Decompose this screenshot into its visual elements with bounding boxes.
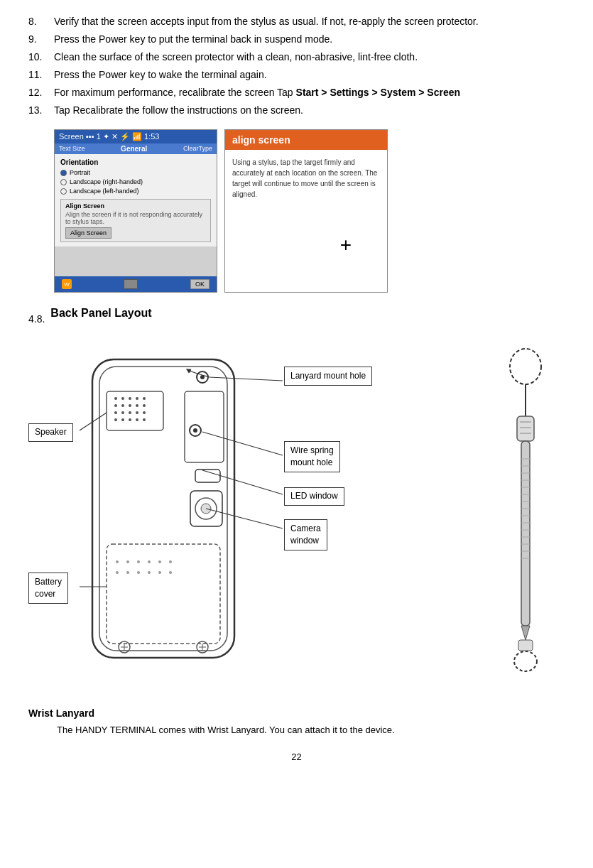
- section-heading-row: 4.8. Back Panel Layout: [28, 307, 565, 331]
- svg-point-34: [126, 560, 129, 563]
- svg-point-8: [136, 397, 138, 400]
- orientation-title: Orientation: [60, 158, 211, 166]
- step-12-num: 12.: [28, 85, 54, 100]
- align-screen-header: align screen: [225, 130, 387, 150]
- svg-point-81: [514, 651, 537, 671]
- radio-landscape-left: Landscape (left-handed): [60, 188, 211, 195]
- svg-point-6: [121, 397, 124, 400]
- svg-point-44: [169, 571, 172, 574]
- svg-point-15: [114, 411, 117, 414]
- svg-point-22: [129, 418, 131, 421]
- svg-point-21: [121, 418, 124, 421]
- svg-point-24: [143, 418, 146, 421]
- svg-rect-80: [518, 640, 533, 651]
- step-9-text: Press the Power key to put the terminal …: [54, 32, 565, 47]
- svg-point-41: [169, 560, 172, 563]
- svg-rect-59: [517, 416, 534, 441]
- steps-list: 8. Verify that the screen accepts input …: [28, 14, 565, 118]
- lanyard-mount-hole-label: Lanyard mount hole: [284, 367, 372, 386]
- svg-point-40: [158, 560, 161, 563]
- svg-point-23: [136, 418, 138, 421]
- svg-point-7: [129, 397, 131, 400]
- keyboard-icon: [124, 279, 138, 289]
- align-screen-button[interactable]: Align Screen: [65, 227, 111, 239]
- step-13-text: Tap Recalibrate the follow the instructi…: [54, 103, 565, 118]
- section-title: Back Panel Layout: [50, 307, 151, 320]
- screen-tabbar: Text Size General ClearType: [55, 143, 217, 154]
- svg-point-35: [137, 560, 140, 563]
- svg-point-20: [114, 418, 117, 421]
- align-section-desc: Align the screen if it is not responding…: [65, 211, 206, 225]
- svg-point-10: [114, 404, 117, 407]
- svg-point-57: [510, 349, 541, 384]
- svg-point-39: [148, 560, 151, 563]
- svg-point-38: [137, 571, 140, 574]
- lanyard-stylus-svg: [490, 345, 561, 679]
- svg-point-11: [121, 404, 124, 407]
- wire-spring-mount-hole-label: Wire springmount hole: [284, 441, 340, 472]
- battery-cover-label: Batterycover: [28, 573, 68, 604]
- align-screen-screenshot: align screen Using a stylus, tap the tar…: [224, 129, 388, 293]
- radio-portrait: Portrait: [60, 169, 211, 176]
- svg-rect-28: [195, 470, 220, 482]
- svg-point-19: [143, 411, 146, 414]
- page-number: 22: [28, 752, 565, 762]
- wrist-lanyard-title: Wrist Lanyard: [28, 707, 565, 719]
- camera-window-label: Camerawindow: [284, 519, 327, 550]
- svg-rect-4: [107, 391, 163, 430]
- radio-landscape-right: Landscape (right-handed): [60, 178, 211, 185]
- svg-marker-79: [521, 626, 530, 640]
- step-11-num: 11.: [28, 67, 54, 82]
- step-12-text: For maximum performance, recalibrate the…: [54, 85, 565, 100]
- led-window-label: LED window: [284, 487, 344, 506]
- step-12-bold: Start > Settings > System > Screen: [296, 87, 461, 98]
- screenshots-row: Screen ▪▪▪ 1 ✦ ✕ ⚡ 📶 1:53 Text Size Gene…: [54, 129, 565, 293]
- section-48: 4.8. Back Panel Layout: [28, 307, 565, 693]
- svg-point-13: [136, 404, 138, 407]
- step-11: 11. Press the Power key to wake the term…: [28, 67, 565, 82]
- svg-point-9: [143, 397, 146, 400]
- step-10: 10. Clean the surface of the screen prot…: [28, 50, 565, 65]
- screen-content: Orientation Portrait Landscape (right-ha…: [55, 154, 217, 246]
- step-9: 9. Press the Power key to put the termin…: [28, 32, 565, 47]
- device-back-panel-svg: [71, 352, 291, 679]
- svg-point-43: [158, 571, 161, 574]
- screen-bottombar: W OK: [55, 276, 217, 292]
- svg-point-33: [116, 560, 119, 563]
- diagram-container: Lanyard mount hole Wire springmount hole…: [28, 338, 568, 693]
- step-8-text: Verify that the screen accepts input fro…: [54, 14, 565, 29]
- ok-button[interactable]: OK: [190, 279, 210, 289]
- svg-rect-32: [107, 544, 220, 644]
- speaker-label: Speaker: [28, 423, 73, 442]
- align-screen-section: Align Screen Align the screen if it is n…: [60, 199, 211, 242]
- svg-point-27: [193, 428, 197, 433]
- step-12: 12. For maximum performance, recalibrate…: [28, 85, 565, 100]
- step-9-num: 9.: [28, 32, 54, 47]
- align-section-title: Align Screen: [65, 202, 206, 210]
- step-13: 13. Tap Recalibrate the follow the instr…: [28, 103, 565, 118]
- step-11-text: Press the Power key to wake the terminal…: [54, 67, 565, 82]
- svg-point-5: [114, 397, 117, 400]
- svg-point-17: [129, 411, 131, 414]
- svg-point-36: [116, 571, 119, 574]
- svg-point-16: [121, 411, 124, 414]
- svg-point-3: [200, 375, 205, 379]
- step-13-num: 13.: [28, 103, 54, 118]
- align-screen-body: Using a stylus, tap the target firmly an…: [225, 150, 387, 207]
- radio-landscape-right-circle: [60, 179, 67, 185]
- radio-landscape-left-circle: [60, 188, 67, 195]
- align-crosshair: +: [340, 234, 352, 256]
- svg-point-12: [129, 404, 131, 407]
- screen-settings-screenshot: Screen ▪▪▪ 1 ✦ ✕ ⚡ 📶 1:53 Text Size Gene…: [54, 129, 217, 293]
- svg-point-31: [201, 504, 211, 514]
- screen-topbar: Screen ▪▪▪ 1 ✦ ✕ ⚡ 📶 1:53: [55, 130, 217, 143]
- step-10-num: 10.: [28, 50, 54, 65]
- svg-rect-63: [521, 441, 530, 626]
- step-8: 8. Verify that the screen accepts input …: [28, 14, 565, 29]
- step-10-text: Clean the surface of the screen protecto…: [54, 50, 565, 65]
- wrist-lanyard-section: Wrist Lanyard The HANDY TERMINAL comes w…: [28, 707, 565, 737]
- wrist-lanyard-text: The HANDY TERMINAL comes with Wrist Lany…: [57, 723, 565, 737]
- svg-point-42: [148, 571, 151, 574]
- svg-point-18: [136, 411, 138, 414]
- step-8-num: 8.: [28, 14, 54, 29]
